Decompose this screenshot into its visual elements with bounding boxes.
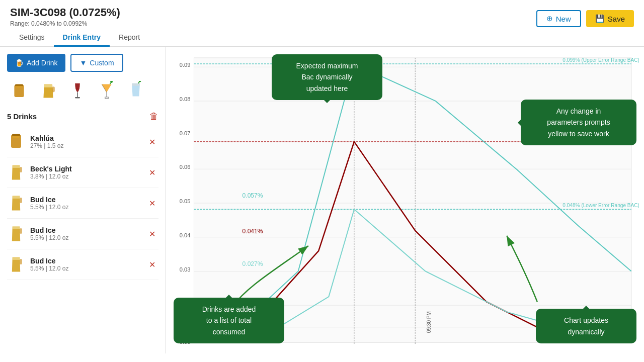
drink-4-icon [7, 253, 25, 276]
svg-text:0.048% (Lower Error Range BAC): 0.048% (Lower Error Range BAC) [562, 203, 639, 208]
tooltip-bottom-right-text: Chart updates dynamically [564, 316, 608, 335]
drink-list-header: 5 Drinks 🗑 [7, 111, 158, 122]
drink-3-info: Bud Ice 5.5% | 12.0 oz [30, 226, 141, 241]
svg-rect-5 [75, 97, 80, 98]
drink-0-info: Kahlúa 27% | 1.5 oz [30, 134, 141, 149]
delete-all-button[interactable]: 🗑 [149, 111, 158, 122]
custom-button[interactable]: ▼ Custom [70, 54, 123, 72]
drink-item-2: Bud Ice 5.5% | 12.0 oz ✕ [7, 188, 158, 219]
svg-text:0.041%: 0.041% [243, 228, 263, 235]
drink-item-1: Beck's Light 3.8% | 12.0 oz ✕ [7, 157, 158, 188]
remove-drink-0-button[interactable]: ✕ [146, 136, 158, 148]
remove-drink-3-button[interactable]: ✕ [146, 228, 158, 240]
svg-text:0.07: 0.07 [180, 130, 191, 136]
tooltip-bottom-left: Drinks are added to a list of total cons… [174, 298, 284, 343]
main-content: 🍺 Add Drink ▼ Custom [0, 47, 644, 353]
drink-2-name: Bud Ice [30, 196, 141, 204]
remove-drink-4-button[interactable]: ✕ [146, 259, 158, 270]
header: SIM-3C098 (0.0725%) Range: 0.0480% to 0.… [0, 0, 644, 29]
svg-rect-2 [16, 86, 23, 87]
drink-item-4: Bud Ice 5.5% | 12.0 oz ✕ [7, 249, 158, 280]
drink-item-0: Kahlúa 27% | 1.5 oz ✕ [7, 127, 158, 157]
tooltip-right: Any change in parameters prompts yellow … [521, 100, 636, 145]
svg-text:0.03: 0.03 [180, 266, 191, 273]
drink-3-icon [7, 223, 25, 245]
tooltip-top: Expected maximum Bac dynamically updated… [272, 54, 382, 100]
drink-3-details: 5.5% | 12.0 oz [30, 234, 141, 241]
svg-text:0.06: 0.06 [180, 164, 191, 170]
save-button-label: Save [608, 15, 625, 23]
drink-count: 5 Drinks [7, 112, 37, 121]
drink-list: Kahlúa 27% | 1.5 oz ✕ Beck's Light 3.8% … [7, 127, 158, 280]
svg-rect-4 [77, 92, 78, 97]
tooltip-top-text: Expected maximum Bac dynamically updated… [296, 62, 358, 93]
remove-drink-2-button[interactable]: ✕ [146, 198, 158, 209]
drink-2-details: 5.5% | 12.0 oz [30, 204, 141, 211]
tooltip-right-text: Any change in parameters prompts yellow … [547, 107, 610, 138]
drink-1-icon [7, 161, 25, 184]
drink-1-details: 3.8% | 12.0 oz [30, 173, 141, 180]
svg-rect-12 [13, 136, 19, 138]
mug-icon: 🍺 [15, 59, 24, 67]
custom-button-label: Custom [90, 59, 114, 67]
tooltip-bottom-left-text: Drinks are added to a list of total cons… [202, 305, 256, 336]
save-button[interactable]: 💾 Save [586, 10, 634, 27]
tab-drink-entry[interactable]: Drink Entry [54, 29, 110, 47]
drink-0-icon [7, 131, 25, 153]
drink-0-name: Kahlúa [30, 134, 141, 142]
svg-rect-16 [20, 259, 22, 264]
sim-range: Range: 0.0480% to 0.0992% [10, 20, 120, 27]
icon-wine[interactable] [65, 79, 90, 103]
icon-beer-pint[interactable] [36, 79, 60, 103]
svg-text:0.09: 0.09 [180, 62, 191, 68]
svg-rect-15 [20, 228, 22, 234]
svg-text:0.05: 0.05 [180, 198, 191, 204]
add-drink-label: Add Drink [27, 59, 57, 67]
drink-item-3: Bud Ice 5.5% | 12.0 oz ✕ [7, 219, 158, 249]
chart-area: 0.09 0.08 0.07 0.06 0.05 0.04 0.03 0.02 … [166, 47, 644, 353]
svg-text:0.057%: 0.057% [243, 192, 263, 199]
svg-text:0.027%: 0.027% [243, 260, 263, 267]
drink-4-details: 5.5% | 12.0 oz [30, 265, 141, 272]
drink-2-info: Bud Ice 5.5% | 12.0 oz [30, 196, 141, 211]
drink-1-info: Beck's Light 3.8% | 12.0 oz [30, 165, 141, 180]
drink-3-name: Bud Ice [30, 226, 141, 234]
header-buttons: ⊕ New 💾 Save [536, 10, 634, 27]
icon-cocktail-orange[interactable] [95, 79, 119, 103]
svg-rect-11 [12, 134, 20, 136]
icon-mixed-drink[interactable] [124, 79, 148, 103]
tab-report[interactable]: Report [110, 29, 149, 47]
chart-container: 0.09 0.08 0.07 0.06 0.05 0.04 0.03 0.02 … [171, 52, 639, 348]
header-left: SIM-3C098 (0.0725%) Range: 0.0480% to 0.… [10, 6, 120, 27]
drink-4-name: Bud Ice [30, 257, 141, 265]
svg-rect-14 [20, 198, 22, 203]
svg-rect-3 [52, 86, 55, 92]
drink-0-details: 27% | 1.5 oz [30, 142, 141, 149]
new-button[interactable]: ⊕ New [536, 10, 581, 27]
tab-settings[interactable]: Settings [10, 29, 54, 47]
trash-icon: 🗑 [149, 111, 158, 121]
new-button-label: New [556, 15, 571, 23]
svg-rect-13 [20, 167, 22, 172]
sidebar-buttons: 🍺 Add Drink ▼ Custom [7, 54, 158, 72]
svg-text:0.08: 0.08 [180, 96, 191, 102]
tabs-bar: Settings Drink Entry Report [0, 29, 644, 47]
plus-circle-icon: ⊕ [546, 14, 553, 23]
svg-text:09:30 PM: 09:30 PM [426, 311, 432, 333]
sidebar: 🍺 Add Drink ▼ Custom [0, 47, 166, 353]
svg-text:0.04: 0.04 [180, 232, 191, 238]
add-drink-button[interactable]: 🍺 Add Drink [7, 54, 65, 72]
svg-text:0.099% (Upper Error Range BAC): 0.099% (Upper Error Range BAC) [562, 57, 639, 63]
icon-whiskey[interactable] [7, 79, 31, 103]
drink-1-name: Beck's Light [30, 165, 141, 173]
sim-title: SIM-3C098 (0.0725%) [10, 6, 120, 19]
remove-drink-1-button[interactable]: ✕ [146, 167, 158, 178]
save-icon: 💾 [595, 14, 605, 23]
filter-icon: ▼ [79, 59, 87, 67]
drink-icons-row [7, 79, 158, 103]
tooltip-bottom-right: Chart updates dynamically [536, 309, 636, 343]
drink-2-icon [7, 192, 25, 214]
drink-4-info: Bud Ice 5.5% | 12.0 oz [30, 257, 141, 272]
